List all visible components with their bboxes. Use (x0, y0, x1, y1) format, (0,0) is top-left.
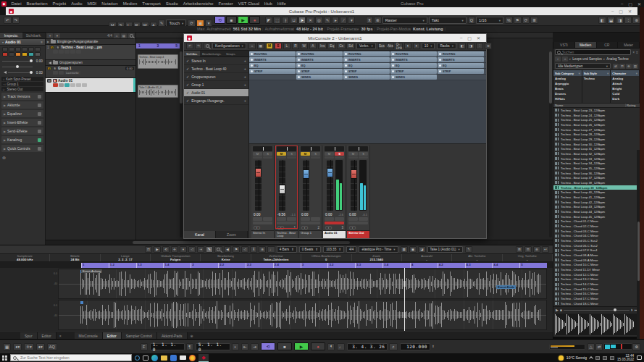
filter-item[interactable]: Beats (553, 86, 582, 91)
stop-button[interactable]: ■ (226, 16, 237, 24)
rack-bar[interactable]: STRIP (249, 69, 296, 74)
bars-field[interactable]: 4 Bars⬍ (277, 246, 297, 253)
tab-vsti[interactable]: VSTi (553, 42, 575, 48)
media-result-row[interactable]: Techno - Beat Loop 28_128bpm (553, 132, 640, 137)
media-result-row[interactable]: Techno - Beat Loop 43_128bpm (553, 204, 640, 209)
media-result-row[interactable]: Techno - Beat Loop 30_128bpm (553, 142, 640, 147)
link-dropdown[interactable]: Verkn.▾ (356, 43, 376, 49)
home-icon[interactable]: ⌂ (114, 33, 120, 38)
cycle-button[interactable]: ⟲ (214, 16, 225, 24)
draw-tool-icon[interactable]: ✎ (206, 246, 213, 253)
volume-tray-icon[interactable] (610, 356, 614, 360)
menu-item[interactable]: Transport (140, 1, 163, 6)
inspector-section[interactable]: ▶ Equalizer (1, 110, 43, 117)
pan-control[interactable] (253, 146, 272, 151)
next-icon[interactable]: ⏵ (413, 43, 420, 49)
visibility-row[interactable]: ✓ Audio 01 + (184, 89, 248, 97)
maximize-icon[interactable]: ▢ (628, 1, 632, 7)
horizontal-scrollbar[interactable] (46, 240, 553, 245)
edge-icon[interactable] (151, 355, 158, 361)
pan-slider[interactable] (0, 64, 45, 70)
channel-gain[interactable]: 0.00 (325, 213, 332, 216)
rack-bar[interactable]: ROUTING (296, 51, 343, 56)
list-icon[interactable]: ≣ (530, 17, 538, 24)
right-zone-icon[interactable]: ◨ (616, 17, 624, 24)
grid-icon[interactable]: ▤ (632, 64, 638, 69)
check-icon[interactable]: ✓ (186, 83, 189, 87)
edit-channel-button[interactable] (28, 52, 34, 56)
rack-bar[interactable]: EQ (438, 63, 484, 68)
breadcrumb-folder[interactable]: Loops und Samples (572, 57, 602, 61)
punch-icon[interactable]: ●▾ (36, 343, 45, 350)
fader-track[interactable] (255, 160, 262, 211)
filter-item[interactable]: Bright (611, 86, 639, 91)
media-result-row[interactable]: Techno - Chord 01-C Minor (553, 219, 640, 224)
right-zone-icon[interactable]: ◨ (467, 43, 474, 49)
media-result-row[interactable]: Techno - Beat Loop 34_128bpm (553, 161, 640, 166)
preview-loop-icon[interactable]: ⏵ (631, 308, 633, 313)
fader-cap[interactable] (351, 169, 357, 179)
record-enable-button[interactable] (53, 83, 58, 87)
rack-bar[interactable]: EQ (249, 63, 296, 68)
draw-tool-icon[interactable]: ✎ (324, 17, 332, 24)
mute-button[interactable]: M (47, 79, 51, 83)
edit-button[interactable] (325, 217, 334, 221)
cortana-icon[interactable] (135, 355, 140, 361)
channel-button[interactable] (325, 156, 334, 159)
start-button[interactable] (2, 355, 7, 361)
media-result-row[interactable]: Techno - Chord 17-C Minor (553, 296, 640, 301)
media-result-row[interactable]: Techno - Chord 14-C Minor (553, 282, 640, 287)
media-result-row[interactable]: Techno - Chord 03-C Minor (553, 229, 640, 234)
undo-icon[interactable]: ↶ (186, 43, 193, 49)
color-tool-icon[interactable]: ▾ (348, 17, 355, 24)
weather-text[interactable]: 10°C Sonnig (566, 355, 587, 360)
stop-button[interactable]: ■ (277, 342, 292, 350)
tempo-field[interactable]: 103.35⬍ (323, 246, 344, 253)
channel-button[interactable] (277, 156, 286, 159)
listen-button[interactable] (263, 217, 272, 221)
track-button[interactable] (82, 83, 87, 87)
mixconsole-titlebar[interactable]: ◆ MixConsole 2 - Unbenannt1 – ▢ ✕ (184, 34, 486, 42)
filter-header[interactable]: Sub Category▾ (553, 70, 582, 76)
mixer-channel[interactable]: MS 0.00 ◯◯ Stereo In (251, 146, 275, 238)
listen-button[interactable] (335, 217, 344, 221)
close-icon[interactable]: × (57, 332, 64, 339)
network-tray-icon[interactable] (603, 356, 607, 360)
check-icon[interactable]: ✓ (186, 75, 189, 79)
abs-button[interactable]: Abs (387, 43, 394, 49)
media-result-row[interactable]: Techno - Chord 07-F Sus4 (553, 248, 640, 253)
select-tool-icon[interactable]: ◤ (265, 17, 272, 24)
media-result-row[interactable]: Techno - Chord 09-A Minor (553, 258, 640, 263)
channel-button[interactable] (253, 156, 262, 159)
filter-header[interactable]: Sub Style▾ (582, 70, 611, 76)
cycle-button[interactable]: ⟲ (261, 342, 275, 350)
menu-item[interactable]: Datei (9, 1, 24, 6)
audio-track-selected[interactable]: M S Audio 01 (46, 78, 135, 93)
rack-bar[interactable]: STRIP (296, 69, 343, 74)
cubase-taskbar-icon[interactable]: ◆ (198, 354, 209, 362)
audio-event[interactable]: Take 1 (Audio 01_0 (138, 85, 178, 98)
fader-track[interactable] (303, 160, 309, 211)
arrange-area-right[interactable] (487, 33, 553, 245)
edit-button[interactable] (348, 217, 358, 221)
line-tool-icon[interactable]: ∕ (340, 17, 347, 24)
window2-icon[interactable]: ⊟ (524, 246, 532, 253)
monitor-button[interactable] (253, 222, 272, 225)
preview-play-icon[interactable]: ▶ (556, 308, 559, 312)
rack-bar[interactable]: SENDS (343, 75, 390, 80)
filter-icon[interactable]: ▾ (54, 33, 60, 38)
monitor-button[interactable] (59, 83, 64, 87)
window-icon[interactable]: ⊞ (516, 246, 523, 253)
beats-field[interactable]: 0 Beats⬍ (299, 246, 321, 253)
visibility-row[interactable]: ✓ Stereo In + (184, 57, 248, 65)
vertical-scrollbar[interactable] (180, 51, 183, 237)
mute-tool-icon[interactable]: ✕ (306, 17, 314, 24)
menu-item[interactable]: Arbeitsbereiche (180, 1, 216, 6)
fader-cap[interactable] (279, 185, 285, 194)
tab-editor-left[interactable]: Editor (38, 332, 57, 339)
fader-track[interactable] (351, 160, 357, 211)
rack-bar[interactable]: INSERTS (438, 57, 484, 62)
rack-toggle[interactable]: Sd (346, 43, 355, 49)
lower-zone-icon[interactable]: ⬓ (607, 17, 615, 24)
timeline-ruler[interactable] (136, 33, 183, 38)
